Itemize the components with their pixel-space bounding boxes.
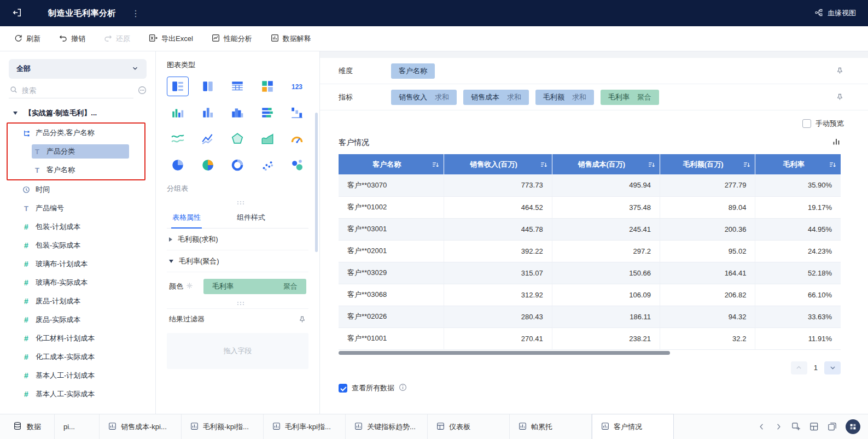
- undo-button[interactable]: 撤销: [59, 34, 85, 44]
- donut-chart-icon[interactable]: [226, 155, 248, 175]
- bubble-chart-icon[interactable]: [286, 155, 308, 175]
- widget-button[interactable]: [846, 419, 860, 434]
- page-tab[interactable]: 毛利率-kpi指...: [264, 414, 346, 439]
- redo-button[interactable]: 还原: [104, 34, 130, 44]
- column-header[interactable]: 客户名称: [339, 154, 444, 174]
- dimension-pill[interactable]: 客户名称: [391, 63, 435, 79]
- tree-item[interactable]: T产品分类: [8, 142, 144, 161]
- tree-item[interactable]: 时间: [0, 180, 155, 199]
- tab-active[interactable]: 表格属性: [171, 208, 202, 228]
- pin-icon[interactable]: [298, 315, 306, 324]
- tree-item[interactable]: #化工材料-计划成本: [0, 329, 155, 348]
- page-tab-active[interactable]: 客户情况: [592, 414, 674, 439]
- column-header[interactable]: 毛利率: [755, 154, 841, 174]
- page-tab[interactable]: 帕累托: [510, 414, 592, 439]
- page-down-button[interactable]: [824, 361, 841, 374]
- metric-pill[interactable]: 销售成本求和: [463, 90, 529, 105]
- page-tab[interactable]: 销售成本-kpi...: [100, 414, 182, 439]
- metric-pill[interactable]: 销售收入求和: [391, 90, 457, 105]
- export-excel-button[interactable]: 导出Excel: [149, 34, 193, 44]
- bar-chart-icon[interactable]: [832, 137, 841, 148]
- tree-item[interactable]: #包装-计划成本: [0, 218, 155, 236]
- column-header[interactable]: 销售成本(百万): [552, 154, 660, 174]
- data-explain-button[interactable]: 数据解释: [271, 34, 311, 44]
- page-tab[interactable]: 仪表板: [428, 414, 510, 439]
- sort-icon[interactable]: [648, 161, 655, 168]
- column-header[interactable]: 毛利额(百万): [660, 154, 755, 174]
- data-tab[interactable]: 数据: [0, 414, 55, 439]
- column-header[interactable]: 销售收入(百万): [444, 154, 552, 174]
- lineage-view-button[interactable]: 血缘视图: [814, 8, 856, 19]
- table-row[interactable]: 客户**03070773.73495.94277.7935.90%: [339, 174, 841, 196]
- metric-pill[interactable]: 毛利率聚合: [601, 90, 659, 105]
- cluster-column-icon[interactable]: [167, 103, 189, 122]
- stream-chart-icon[interactable]: [167, 129, 189, 149]
- data-table-icon[interactable]: [226, 77, 248, 96]
- page-tab[interactable]: 关键指标趋势...: [346, 414, 428, 439]
- tree-item[interactable]: #包装-实际成本: [0, 236, 155, 255]
- tree-item[interactable]: T产品编号: [0, 199, 155, 218]
- panel-resize-handle[interactable]: [167, 201, 308, 202]
- gear-icon[interactable]: [186, 282, 193, 291]
- accordion-item[interactable]: 毛利率(聚合): [167, 250, 308, 272]
- add-chart-icon[interactable]: [791, 422, 801, 431]
- next-tab-icon[interactable]: [774, 423, 783, 431]
- sort-icon[interactable]: [743, 161, 750, 168]
- accordion-item[interactable]: 毛利额(求和): [167, 229, 308, 250]
- tree-item[interactable]: #基本人工-实际成本: [0, 385, 155, 403]
- manual-preview-checkbox[interactable]: [802, 119, 811, 128]
- sort-icon[interactable]: [432, 161, 439, 168]
- scatter-chart-icon[interactable]: [257, 155, 278, 175]
- search-input[interactable]: [22, 86, 132, 95]
- gauge-chart-icon[interactable]: [286, 129, 308, 149]
- waterfall-icon[interactable]: [286, 103, 308, 122]
- tree-item[interactable]: #基本人工-计划成本: [0, 366, 155, 385]
- cross-table-icon[interactable]: [197, 77, 219, 96]
- tree-item[interactable]: #废品-实际成本: [0, 311, 155, 329]
- tree-item[interactable]: T客户名称: [8, 161, 144, 179]
- info-icon[interactable]: [399, 383, 407, 393]
- exit-button[interactable]: [12, 8, 22, 19]
- search-options-icon[interactable]: [138, 86, 147, 96]
- tree-item[interactable]: #废品-计划成本: [0, 292, 155, 311]
- view-all-data-checkbox[interactable]: [339, 384, 347, 393]
- scope-selector[interactable]: 全部: [9, 59, 147, 79]
- color-field-pill[interactable]: 毛利率 聚合: [203, 279, 306, 294]
- pin-icon[interactable]: [836, 93, 844, 101]
- tree-item[interactable]: 产品分类,客户名称: [8, 124, 144, 142]
- grouped-table-icon[interactable]: [167, 77, 189, 96]
- kpi-number-icon[interactable]: 123: [286, 77, 308, 96]
- table-row[interactable]: 客户**02001392.22297.295.0224.23%: [339, 240, 841, 262]
- tree-item[interactable]: #玻璃布-计划成本: [0, 255, 155, 273]
- radar-chart-icon[interactable]: [226, 129, 248, 149]
- column-chart-icon[interactable]: [197, 103, 219, 122]
- card-grid-icon[interactable]: [257, 77, 278, 96]
- page-up-button[interactable]: [791, 361, 807, 374]
- tree-item[interactable]: 【实战篇-制造毛利】...: [0, 104, 155, 122]
- histogram-icon[interactable]: [226, 103, 248, 122]
- table-row[interactable]: 客户**03068312.92106.09206.8266.10%: [339, 284, 841, 306]
- area-chart-icon[interactable]: [257, 129, 278, 149]
- pie-chart-icon[interactable]: [167, 155, 189, 175]
- performance-button[interactable]: 性能分析: [212, 34, 252, 44]
- refresh-button[interactable]: 刷新: [14, 34, 40, 44]
- table-row[interactable]: 客户**02026280.43186.1194.3233.63%: [339, 306, 841, 327]
- more-menu-icon[interactable]: ⋮: [131, 8, 141, 19]
- copy-page-icon[interactable]: [828, 422, 837, 431]
- add-dashboard-icon[interactable]: [809, 422, 819, 431]
- page-tab[interactable]: 毛利额-kpi指...: [182, 414, 264, 439]
- sort-icon[interactable]: [540, 161, 547, 168]
- filter-drop-zone[interactable]: 拖入字段: [167, 333, 308, 369]
- metric-pill[interactable]: 毛利额求和: [535, 90, 594, 105]
- table-row[interactable]: 客户**01001270.41238.2132.211.91%: [339, 327, 841, 349]
- pin-icon[interactable]: [836, 67, 844, 75]
- stacked-bar-icon[interactable]: [257, 103, 278, 122]
- table-horizontal-scrollbar[interactable]: [339, 351, 670, 355]
- search-field[interactable]: [9, 83, 133, 98]
- multi-pie-chart-icon[interactable]: [197, 155, 219, 175]
- tree-item[interactable]: #化工成本-实际成本: [0, 348, 155, 366]
- page-tab[interactable]: pi...: [55, 414, 100, 439]
- table-row[interactable]: 客户**03001445.78245.41200.3644.95%: [339, 218, 841, 240]
- tree-item[interactable]: #玻璃布-实际成本: [0, 273, 155, 292]
- sort-icon[interactable]: [829, 161, 836, 168]
